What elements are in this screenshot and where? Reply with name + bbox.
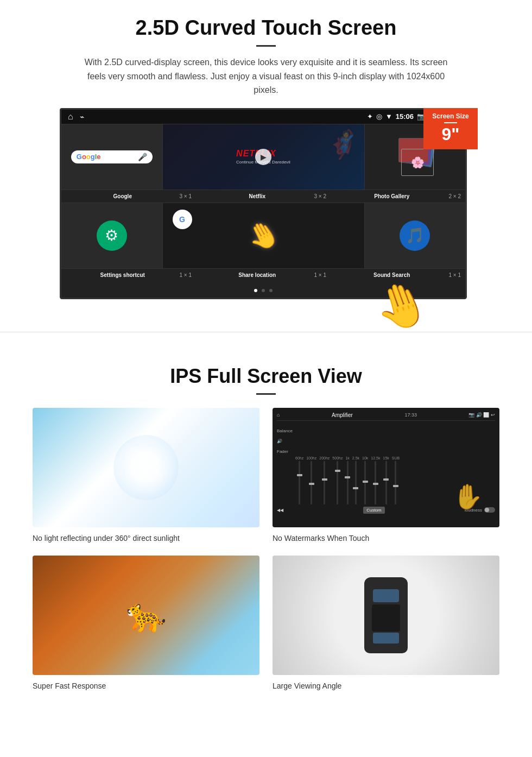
bluetooth-icon: ✦ [367, 112, 373, 121]
cheetah-emoji: 🐆 [126, 596, 167, 634]
app-labels-row-1: Google 3 × 1 Netflix 3 × 2 Photo Gallery… [61, 190, 465, 203]
sound-name: Sound Search [373, 272, 410, 278]
eq-track-7 [364, 461, 366, 504]
netflix-label-cell: Netflix 3 × 2 [196, 192, 331, 200]
location-icon: ◎ [376, 112, 382, 121]
gmaps-icon: G [173, 210, 192, 229]
eq-track-9 [385, 461, 387, 504]
settings-icon: ⚙ [97, 220, 127, 251]
status-bar: ⌂ ⌁ ✦ ◎ ▼ 15:06 📷 🔊 ✖ ⬜ [61, 110, 465, 124]
eq-col-2: 100hz [306, 456, 316, 504]
sound-icon: 🎵 [400, 220, 430, 251]
play-button[interactable]: ▶ [255, 149, 271, 165]
eq-col-7: 10k [362, 456, 368, 504]
settings-label-cell: Settings shortcut 1 × 1 [61, 271, 196, 279]
share-grid: 1 × 1 [314, 272, 326, 278]
car-top-view [359, 572, 413, 659]
daredevil-figure: 🦸 [326, 129, 360, 160]
gallery-flower: 🌸 [401, 149, 434, 176]
usb-icon: ⌁ [80, 112, 84, 121]
amp-labels: Balance 🔊 Fader [277, 423, 293, 504]
google-search-bar[interactable]: Google 🎤 [71, 150, 153, 163]
hand-pointing: 🤚 [242, 215, 285, 257]
sound-grid: 1 × 1 [448, 272, 461, 278]
android-screen: ⌂ ⌁ ✦ ◎ ▼ 15:06 📷 🔊 ✖ ⬜ [60, 108, 467, 299]
amp-back-icon: ◀◀ [277, 508, 283, 513]
eq-thumb-5 [345, 476, 350, 478]
eq-track-5 [347, 461, 349, 504]
netflix-grid: 3 × 2 [314, 193, 326, 199]
page-dots [61, 281, 465, 298]
eq-thumb-2 [309, 483, 314, 485]
mic-icon: 🎤 [138, 153, 147, 161]
google-app[interactable]: Google 🎤 [61, 124, 163, 190]
car-caption: Large Viewing Angle [273, 682, 499, 690]
eq-track-3 [324, 461, 325, 504]
amp-balance-label: Balance [277, 428, 293, 433]
section-separator [0, 332, 532, 332]
sound-label-cell: Sound Search 1 × 1 [331, 271, 465, 279]
app-row-bottom: ⚙ G 🤚 🎵 [61, 203, 465, 268]
eq-col-10: SUB [392, 456, 400, 504]
eq-label-sub: SUB [392, 456, 400, 460]
amp-title: Amplifier [332, 412, 353, 418]
netflix-app[interactable]: NETFLIX Continue Marvel's Daredevil ▶ 🦸 [163, 124, 365, 190]
feature-amplifier: ⌂ Amplifier 17:33 📷 🔊 ⬜ ↩ Balance 🔊 Fade… [273, 408, 499, 542]
eq-thumb-10 [393, 485, 398, 487]
amp-time: 17:33 [404, 412, 417, 418]
loudness-toggle[interactable] [484, 507, 495, 513]
sunlight-glow [113, 435, 179, 500]
amp-home-icon: ⌂ [277, 412, 280, 418]
eq-thumb-4 [335, 470, 340, 472]
sound-search-app[interactable]: 🎵 [365, 203, 466, 268]
google-label-cell: Google 3 × 1 [61, 192, 196, 200]
curved-title: 2.5D Curved Touch Screen [33, 16, 499, 40]
gallery-name: Photo Gallery [374, 193, 409, 199]
share-label-cell: Share location 1 × 1 [196, 271, 331, 279]
eq-col-8: 12.5k [371, 456, 380, 504]
badge-label: Screen Size [427, 112, 474, 120]
car-roof [372, 604, 400, 632]
amp-fader-label: Fader [277, 449, 293, 454]
curved-divider [256, 45, 276, 47]
google-grid: 3 × 1 [179, 193, 192, 199]
amp-header: ⌂ Amplifier 17:33 📷 🔊 ⬜ ↩ [277, 412, 495, 421]
amplifier-image: ⌂ Amplifier 17:33 📷 🔊 ⬜ ↩ Balance 🔊 Fade… [273, 408, 499, 527]
ips-section: IPS Full Screen View No light reflecting… [0, 354, 532, 706]
share-app[interactable]: G 🤚 [163, 203, 365, 268]
car-body [364, 577, 408, 653]
amp-vol-icon: 🔊 [277, 439, 293, 444]
amp-hand-overlay: ✋ [453, 482, 483, 511]
curved-description: With 2.5D curved-display screen, this de… [76, 55, 456, 97]
car-windshield [373, 589, 399, 602]
settings-app[interactable]: ⚙ [61, 203, 163, 268]
eq-label-10k: 10k [362, 456, 368, 460]
amp-custom-btn[interactable]: Custom [363, 507, 385, 514]
app-row-top: Google 🎤 NETFLIX Continue Marvel's Dared… [61, 124, 465, 190]
eq-track-10 [395, 461, 396, 504]
features-grid: No light reflecting under 360° direct su… [33, 408, 499, 690]
badge-divider [444, 122, 457, 123]
car-image [273, 556, 499, 675]
amplifier-caption: No Watermarks When Touch [273, 534, 499, 542]
badge-size: 9" [442, 124, 460, 144]
eq-col-5: 1k [345, 456, 349, 504]
eq-label-100hz: 100hz [306, 456, 316, 460]
eq-label-15k: 15k [383, 456, 389, 460]
netflix-name: Netflix [249, 193, 265, 199]
page-dot-2 [262, 289, 265, 292]
home-icon[interactable]: ⌂ [68, 112, 73, 122]
eq-track-6 [355, 461, 357, 504]
settings-name: Settings shortcut [100, 272, 145, 278]
feature-cheetah: 🐆 Super Fast Response [33, 556, 259, 690]
amp-body: Balance 🔊 Fader 60hz [277, 423, 495, 504]
eq-label-60hz: 60hz [295, 456, 303, 460]
eq-track-2 [311, 461, 312, 504]
eq-thumb-6 [353, 487, 358, 489]
cheetah-caption: Super Fast Response [33, 682, 259, 690]
eq-thumb-7 [363, 481, 368, 483]
status-bar-left: ⌂ ⌁ [68, 112, 84, 122]
eq-label-1k: 1k [345, 456, 349, 460]
wifi-icon: ▼ [385, 112, 392, 121]
app-labels-row-2: Settings shortcut 1 × 1 Share location 1… [61, 268, 465, 281]
